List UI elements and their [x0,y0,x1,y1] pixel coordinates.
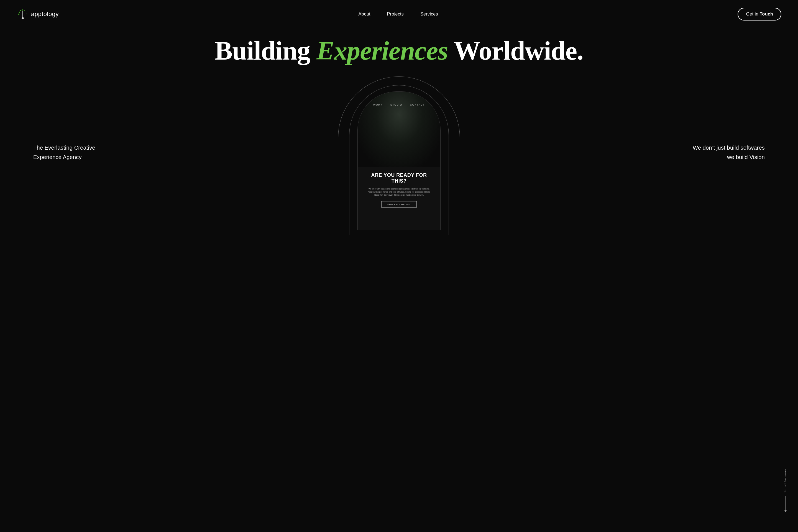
logo[interactable]: apptology [17,8,59,20]
arch-wrapper: WORK STUDIO CONTACT ARE YOU READY FOR TH… [338,76,460,248]
nav-item-services[interactable]: Services [420,12,438,17]
logo-text: apptology [31,11,59,18]
hero-headline: Building Experiences Worldwide. [215,36,583,65]
right-tagline: We don’t just build softwares we build V… [693,143,765,162]
nav-link-about[interactable]: About [359,12,370,16]
svg-point-5 [26,12,26,13]
phone-content: ARE YOU READY FOR THIS? We work with bra… [358,172,440,208]
navbar: apptology About Projects Services Get in… [0,0,798,28]
get-in-touch-button[interactable]: Get in Touch [738,8,781,20]
phone-nav: WORK STUDIO CONTACT [358,103,440,106]
phone-body: We work with brands and agencies daring … [365,187,433,197]
svg-point-0 [18,14,19,15]
phone-headline: ARE YOU READY FOR THIS? [365,172,433,184]
right-line1: We don’t just build softwares [693,143,765,152]
cta-label-bold: Touch [760,12,773,16]
phone-nav-studio: STUDIO [391,103,402,106]
nav-link-services[interactable]: Services [420,12,438,16]
svg-point-1 [19,12,20,13]
phone-nav-work: WORK [373,103,383,106]
scroll-indicator: Scroll for more [784,469,787,510]
phone-nav-contact: CONTACT [410,103,425,106]
phone-mockup: WORK STUDIO CONTACT ARE YOU READY FOR TH… [358,92,440,230]
left-tagline: The Everlasting Creative Experience Agen… [33,143,95,162]
nav-link-projects[interactable]: Projects [387,12,404,16]
left-line2: Experience Agency [33,152,95,162]
scroll-label: Scroll for more [784,469,787,493]
svg-point-3 [22,10,23,11]
outer-arch: WORK STUDIO CONTACT ARE YOU READY FOR TH… [338,76,460,248]
cta-label-normal: Get in [746,12,759,16]
hero-section: Building Experiences Worldwide. The Ever… [0,0,798,532]
nav-item-about[interactable]: About [359,12,370,17]
svg-point-6 [26,14,27,14]
headline-highlight: Experiences [317,36,448,65]
svg-point-4 [24,10,25,11]
arch-section: The Everlasting Creative Experience Agen… [0,76,798,248]
nav-links: About Projects Services [359,12,438,17]
inner-arch: WORK STUDIO CONTACT ARE YOU READY FOR TH… [349,85,449,235]
svg-point-2 [20,10,21,11]
left-line1: The Everlasting Creative [33,143,95,152]
scroll-arrow [785,496,785,510]
right-line2: we build Vision [693,152,765,162]
logo-icon [17,8,29,20]
headline-part1: Building [215,36,317,65]
phone-cta: START A PROJECT [381,201,416,208]
headline-part2: Worldwide. [448,36,583,65]
nav-item-projects[interactable]: Projects [387,12,404,17]
